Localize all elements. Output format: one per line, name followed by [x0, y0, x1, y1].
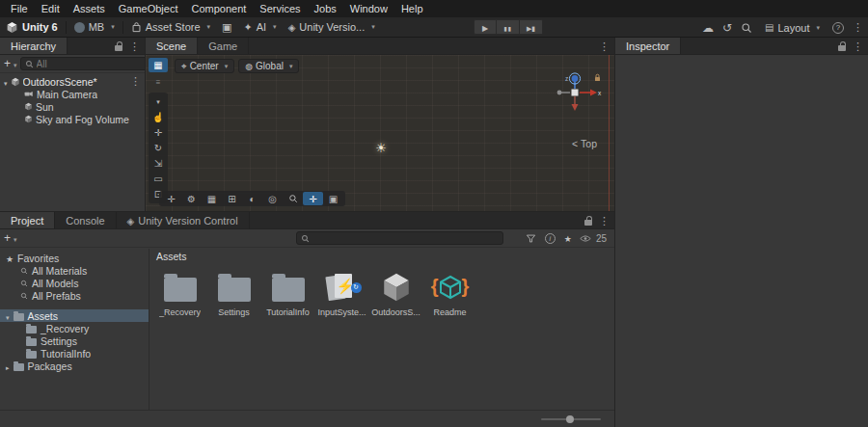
packages-root-row[interactable]: Packages — [0, 360, 149, 372]
project-search-input[interactable] — [312, 233, 499, 244]
inspector-menu-icon[interactable] — [853, 40, 863, 53]
asset-item-tutorialinfo[interactable]: TutorialInfo — [262, 269, 313, 317]
folder-row-recovery[interactable]: _Recovery — [0, 322, 149, 334]
tab-game[interactable]: Game — [198, 38, 249, 54]
pan-tool-icon[interactable] — [303, 192, 323, 205]
zoom-icon[interactable] — [283, 192, 303, 205]
scale-tool-icon[interactable] — [149, 156, 168, 171]
scene-orientation-gizmo[interactable]: z x — [551, 72, 603, 120]
scene-options-icon[interactable] — [130, 75, 141, 88]
overlay-handle-icon[interactable] — [149, 58, 168, 72]
menu-assets[interactable]: Assets — [67, 1, 112, 16]
favorites-root-row[interactable]: Favorites — [0, 252, 149, 264]
menu-jobs[interactable]: Jobs — [308, 1, 343, 16]
undo-history-icon[interactable] — [722, 22, 732, 34]
hidden-items-eye-icon[interactable] — [580, 234, 591, 243]
ai-dropdown[interactable]: AI — [237, 19, 282, 36]
gizmo-center-cube[interactable] — [572, 90, 579, 96]
hierarchy-item-main-camera[interactable]: Main Camera — [0, 88, 145, 100]
assets-root-row[interactable]: Assets — [0, 309, 149, 322]
package-manager-button[interactable] — [216, 19, 237, 36]
search-icon[interactable] — [741, 22, 752, 34]
gizmo-lock-icon[interactable] — [595, 74, 600, 81]
folder-row-tutorialinfo[interactable]: TutorialInfo — [0, 347, 149, 360]
favorites-all-materials[interactable]: All Materials — [0, 264, 149, 277]
chevron-down-icon[interactable] — [6, 310, 10, 322]
menu-gameobject[interactable]: GameObject — [112, 1, 185, 16]
folder-row-settings[interactable]: Settings — [0, 334, 149, 347]
camera-preview-icon[interactable] — [323, 192, 343, 205]
directional-light-gizmo[interactable] — [375, 141, 387, 155]
menu-edit[interactable]: Edit — [35, 1, 67, 16]
asset-item-settings[interactable]: Settings — [208, 269, 259, 317]
space-dropdown[interactable]: Global — [238, 59, 299, 73]
favorites-all-models[interactable]: All Models — [0, 277, 149, 289]
saved-search-star-icon[interactable] — [564, 232, 572, 244]
account-dropdown[interactable]: MB — [68, 19, 121, 36]
create-asset-button[interactable] — [4, 231, 11, 245]
shading-mode-icon[interactable] — [242, 192, 262, 205]
hierarchy-item-sky-fog-volume[interactable]: Sky and Fog Volume — [0, 113, 145, 125]
toolbar-more-icon[interactable] — [853, 21, 863, 34]
hierarchy-item-sun[interactable]: Sun — [0, 100, 145, 113]
menu-component[interactable]: Component — [184, 1, 253, 16]
menu-window[interactable]: Window — [343, 1, 394, 16]
transform-handles-icon[interactable] — [161, 192, 181, 205]
tab-scene[interactable]: Scene — [146, 38, 198, 54]
layout-dropdown[interactable]: Layout — [761, 19, 824, 36]
project-menu-icon[interactable] — [599, 215, 610, 227]
scene-menu-icon[interactable] — [599, 40, 610, 53]
lock-icon[interactable] — [838, 45, 846, 51]
overlay-grip-icon[interactable] — [149, 75, 168, 90]
asset-item-outdoors-scene[interactable]: OutdoorsS... — [370, 269, 421, 317]
step-button[interactable] — [520, 19, 543, 35]
move-tool-icon[interactable] — [149, 125, 168, 140]
hierarchy-menu-icon[interactable] — [129, 40, 140, 53]
chevron-right-icon[interactable] — [6, 360, 10, 372]
asset-item-readme[interactable]: Readme — [424, 269, 475, 317]
lock-icon[interactable] — [115, 45, 122, 51]
scene-effects-icon[interactable] — [262, 192, 283, 205]
add-object-caret-icon[interactable] — [14, 58, 17, 69]
project-searchbox[interactable] — [296, 231, 503, 245]
help-icon[interactable] — [832, 22, 844, 34]
tab-console[interactable]: Console — [55, 212, 116, 228]
cloud-icon[interactable] — [702, 22, 714, 34]
tab-hierarchy[interactable]: Hierarchy — [0, 38, 68, 54]
asset-store-dropdown[interactable]: Asset Store — [125, 19, 216, 36]
axis-x[interactable]: x — [580, 90, 602, 96]
play-button[interactable] — [474, 19, 497, 35]
rotate-tool-icon[interactable] — [149, 141, 168, 155]
pivot-dropdown[interactable]: Center — [175, 59, 234, 73]
menu-help[interactable]: Help — [394, 1, 430, 16]
rect-tool-icon[interactable] — [149, 172, 168, 186]
scene-root-row[interactable]: OutdoorsScene* — [0, 75, 145, 88]
filter-by-label-icon[interactable] — [545, 233, 556, 244]
menu-services[interactable]: Services — [253, 1, 307, 16]
asset-item-recovery[interactable]: _Recovery — [154, 269, 205, 317]
tab-inspector[interactable]: Inspector — [615, 38, 681, 54]
favorites-all-prefabs[interactable]: All Prefabs — [0, 289, 149, 302]
asset-item-inputsystem[interactable]: InputSyste... — [316, 269, 367, 317]
axis-negative-x[interactable] — [557, 91, 570, 95]
view-hand-tool-icon[interactable] — [149, 110, 168, 124]
axis-negative-z[interactable] — [572, 96, 579, 111]
create-asset-caret-icon[interactable] — [14, 232, 17, 244]
icon-size-slider[interactable] — [541, 418, 601, 420]
add-object-button[interactable] — [4, 57, 11, 70]
grid-visibility-icon[interactable] — [202, 192, 222, 205]
axis-z[interactable]: z — [565, 73, 581, 89]
slider-thumb[interactable] — [566, 415, 574, 423]
scene-viewport[interactable]: Center Global — [146, 55, 614, 211]
tab-project[interactable]: Project — [0, 212, 55, 228]
tool-dropdown-icon[interactable] — [149, 94, 168, 109]
version-control-dropdown[interactable]: Unity Versio... — [283, 19, 381, 36]
wrench-icon[interactable] — [181, 192, 202, 205]
lock-icon[interactable] — [584, 220, 592, 226]
pause-button[interactable] — [497, 19, 520, 35]
filter-by-type-icon[interactable] — [526, 233, 536, 244]
chevron-down-icon[interactable] — [4, 76, 8, 88]
view-orientation-label[interactable]: < Top — [572, 138, 597, 149]
menu-file[interactable]: File — [4, 1, 35, 16]
snap-settings-icon[interactable] — [222, 192, 242, 205]
